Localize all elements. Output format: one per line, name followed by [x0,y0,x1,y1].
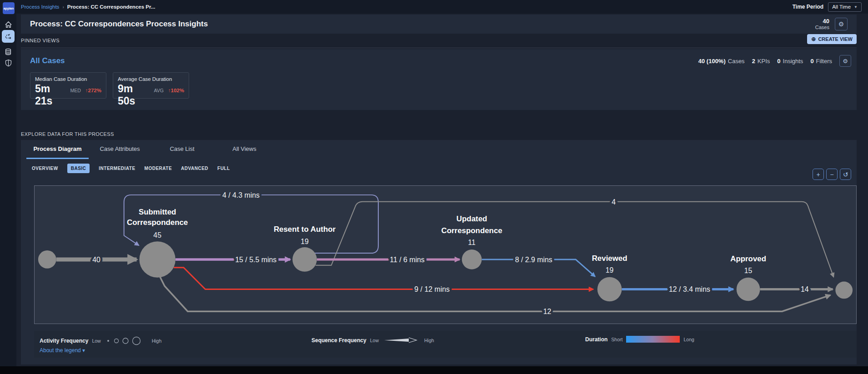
top-bar: Process Insights › Process: CC Correspon… [0,0,868,14]
edge-label[interactable]: 9 / 12 mins [414,285,450,293]
sequence-frequency-arrow-icon [382,336,421,344]
node-submitted-correspondence[interactable] [139,241,175,277]
level-overview[interactable]: OVERVIEW [32,164,58,173]
explore-panel: Process Diagram Case Attributes Case Lis… [21,140,857,364]
legend-sequence-frequency: Sequence Frequency Low High [311,336,434,344]
gear-icon: ⚙ [838,20,844,28]
edge-label[interactable]: 4 / 4.3 mins [222,191,260,199]
zoom-in-button[interactable]: + [813,169,824,180]
node-label: Resent to Author [274,225,336,234]
stat-kpis: 2KPIs [752,58,770,65]
tab-bar: Process Diagram Case Attributes Case Lis… [21,140,857,159]
process-diagram: Submitted Correspondence 45 Resent to Au… [35,186,856,324]
database-icon [4,48,12,56]
sidebar-item-security[interactable] [4,58,13,67]
create-view-button[interactable]: ⊕ CREATE VIEW [807,34,857,44]
header-settings-button[interactable]: ⚙ [835,18,848,30]
edge-label[interactable]: 15 / 5.5 mins [235,256,276,264]
breadcrumb: Process Insights › Process: CC Correspon… [21,4,155,10]
breadcrumb-current: Process: CC Correspondences Pr... [67,4,156,10]
shield-icon [5,59,12,67]
edge-label[interactable]: 4 [612,198,616,206]
case-count: 40 Cases [815,18,829,30]
appian-logo[interactable]: appian [3,2,15,14]
all-cases-panel: All Cases 40 (100%)Cases 2KPIs 0Insights… [21,49,857,110]
edge-label[interactable]: 12 [543,308,552,315]
kpi-delta: ↑102% [168,88,184,93]
activity-frequency-scale-icon [105,336,148,346]
node-reviewed[interactable] [597,277,622,302]
chevron-down-icon: ▼ [854,5,858,9]
node-end[interactable] [835,282,853,299]
node-count: 45 [153,231,161,239]
stat-cases: 40 (100%)Cases [698,58,745,65]
legend-duration: Duration Short Long [585,336,694,343]
node-label: Correspondence [127,218,188,227]
edge-label[interactable]: 12 / 3.4 mins [669,285,710,293]
tab-all-views[interactable]: All Views [213,140,276,159]
node-start[interactable] [38,250,56,269]
home-icon [4,20,13,29]
node-updated-correspondence[interactable] [462,249,482,269]
node-resent-to-author[interactable] [292,247,317,272]
edge-submitted-to-reviewed [174,268,593,289]
time-period-label: Time Period [793,4,823,10]
sidebar-item-process-insights[interactable] [2,30,15,43]
breadcrumb-link-process-insights[interactable]: Process Insights [21,4,59,10]
diagram-zoom-controls: + − ↺ [813,169,851,180]
edge-label[interactable]: 40 [92,256,100,264]
edge-label[interactable]: 11 / 6 mins [390,256,425,264]
legend-activity-frequency: Activity Frequency Low High [40,336,161,346]
node-label: Approved [730,254,766,263]
tab-case-attributes[interactable]: Case Attributes [89,140,151,159]
view-title[interactable]: All Cases [30,56,65,65]
kpi-card-median-duration: Median Case Duration 5m 21s MED ↑272% [30,72,106,99]
kpi-unit: MED [70,88,80,93]
node-label: Correspondence [442,226,502,235]
kpi-value: 5m 21s [35,83,68,107]
tab-case-list[interactable]: Case List [151,140,213,159]
left-sidebar: appian [0,0,16,374]
sidebar-item-home[interactable] [4,20,13,29]
process-flow-icon [4,32,12,40]
pinned-views-header: PINNED VIEWS ⊕ CREATE VIEW [21,33,857,48]
pinned-views-label: PINNED VIEWS [21,38,60,43]
node-count: 15 [744,267,753,274]
level-basic[interactable]: BASIC [67,164,90,173]
node-approved[interactable] [737,278,760,301]
edge-label[interactable]: 8 / 2.9 mins [515,256,552,264]
duration-gradient-bar [626,336,680,343]
page-header: Process: CC Correspondences Process Insi… [21,15,857,34]
zoom-reset-button[interactable]: ↺ [840,169,851,180]
view-settings-button[interactable]: ⚙ [839,55,851,67]
kpi-value: 9m 50s [118,83,151,107]
zoom-out-button[interactable]: − [826,169,838,180]
diagram-legend: Activity Frequency Low High Sequence Fre… [34,331,857,358]
stat-insights: 0Insights [777,58,803,65]
level-intermediate[interactable]: INTERMEDIATE [99,164,135,173]
node-label: Reviewed [592,254,627,263]
breadcrumb-separator: › [62,5,64,10]
kpi-unit: AVG [154,88,163,93]
level-full[interactable]: FULL [217,164,230,173]
edge-resent-to-end [316,202,833,277]
gear-icon: ⚙ [843,58,848,65]
level-advanced[interactable]: ADVANCED [181,164,208,173]
edge-label[interactable]: 14 [801,285,809,293]
node-label: Updated [457,214,487,223]
edge-submitted-to-end [160,276,830,311]
level-moderate[interactable]: MODERATE [145,164,172,173]
node-count: 19 [606,266,614,274]
tab-process-diagram[interactable]: Process Diagram [26,140,89,159]
detail-level-bar: OVERVIEW BASIC INTERMEDIATE MODERATE ADV… [21,161,857,175]
sidebar-item-data[interactable] [4,47,13,56]
node-count: 19 [301,238,309,245]
about-the-legend-link[interactable]: About the legend ▾ [40,347,85,354]
time-period-dropdown[interactable]: All Time ▼ [828,2,862,12]
time-period-value: All Time [832,4,851,10]
kpi-card-average-duration: Average Case Duration 9m 50s AVG ↑102% [113,72,189,99]
process-diagram-canvas[interactable]: Submitted Correspondence 45 Resent to Au… [34,185,857,324]
kpi-delta: ↑272% [85,88,101,93]
plus-circle-icon: ⊕ [811,36,816,42]
stat-filters: 0Filters [810,58,832,65]
